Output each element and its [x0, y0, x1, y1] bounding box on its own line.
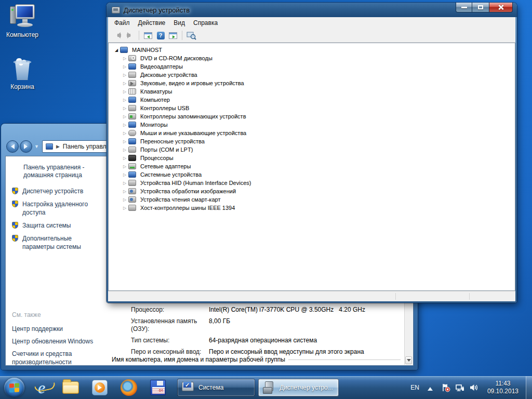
minimize-button[interactable] — [456, 3, 472, 12]
expander-closed-icon[interactable]: ▷ — [122, 114, 127, 119]
expander-closed-icon[interactable]: ▷ — [122, 172, 127, 177]
sidebar-task-link[interactable]: Диспетчер устройств — [12, 187, 104, 195]
tree-root[interactable]: ◢ MAINHOST — [112, 46, 515, 54]
expander-closed-icon[interactable]: ▷ — [122, 131, 127, 136]
tree-item[interactable]: ▷ Звуковые, видео и игровые устройства — [112, 79, 515, 87]
expander-closed-icon[interactable]: ▷ — [122, 89, 127, 94]
device-category-icon — [128, 55, 136, 61]
show-console-tree-icon[interactable] — [142, 30, 154, 41]
computer-name-group-header: Имя компьютера, имя домена и параметры р… — [112, 356, 401, 363]
windows-logo-icon — [9, 383, 19, 392]
expander-closed-icon[interactable]: ▷ — [122, 164, 127, 169]
forward-button[interactable] — [20, 140, 32, 153]
tree-item[interactable]: ▷ Клавиатуры — [112, 87, 515, 96]
tree-item[interactable]: ▷ Контроллеры запоминающих устройств — [112, 112, 515, 121]
maximize-button[interactable] — [472, 3, 489, 12]
tree-item[interactable]: ▷ Сетевые адаптеры — [112, 162, 515, 170]
window-title: Диспетчер устройств — [124, 6, 190, 14]
spec-label: Установленная память (ОЗУ): — [131, 317, 209, 333]
sidebar-task-link[interactable]: Настройка удаленного доступа — [12, 200, 104, 217]
expander-closed-icon[interactable]: ▷ — [122, 181, 127, 185]
expander-closed-icon[interactable]: ▷ — [122, 64, 127, 69]
internet-explorer-icon[interactable]: e — [32, 378, 51, 397]
spec-label: Перо и сенсорный ввод: — [131, 348, 209, 356]
close-button[interactable] — [489, 3, 513, 12]
see-also-link[interactable]: Центр поддержки — [12, 325, 103, 333]
menu-item[interactable]: Вид — [169, 18, 189, 28]
tree-item[interactable]: ▷ Компьютер — [112, 96, 515, 104]
tree-item[interactable]: ▷ Мониторы — [112, 121, 515, 129]
back-icon[interactable] — [112, 30, 123, 41]
expander-closed-icon[interactable]: ▷ — [122, 139, 127, 144]
sidebar-task-label: Настройка удаленного доступа — [22, 200, 104, 217]
sidebar-task-link[interactable]: Дополнительные параметры системы — [12, 234, 104, 251]
recent-pages-chevron-icon[interactable]: ▼ — [34, 144, 39, 149]
device-manager-titlebar[interactable]: Диспетчер устройств — [107, 3, 517, 17]
expander-closed-icon[interactable]: ▷ — [122, 81, 127, 86]
help-icon[interactable] — [155, 30, 166, 41]
tree-item[interactable]: ▷ Устройства HID (Human Interface Device… — [112, 179, 515, 187]
system-tray: EN — [410, 376, 532, 399]
show-hidden-icons-button[interactable] — [428, 384, 433, 391]
firefox-icon[interactable] — [119, 378, 139, 397]
expander-closed-icon[interactable]: ▷ — [122, 148, 127, 152]
expander-closed-icon[interactable]: ▷ — [122, 206, 127, 210]
sidebar-task-link[interactable]: Защита системы — [12, 221, 104, 230]
clock[interactable]: 11:43 09.10.2013 — [487, 380, 518, 395]
tree-item[interactable]: ▷ Мыши и иные указывающие устройства — [112, 129, 515, 137]
show-desktop-button[interactable] — [526, 376, 532, 399]
expander-closed-icon[interactable]: ▷ — [122, 156, 127, 161]
see-also-link[interactable]: Счетчики и средства производительности — [12, 350, 103, 366]
language-indicator[interactable]: EN — [410, 384, 419, 391]
tree-item[interactable]: ▷ Переносные устройства — [112, 137, 515, 145]
menu-item[interactable]: Действие — [134, 18, 170, 28]
expander-closed-icon[interactable]: ▷ — [122, 98, 127, 102]
expander-closed-icon[interactable]: ▷ — [122, 197, 127, 202]
expander-closed-icon[interactable]: ▷ — [122, 189, 127, 194]
floppy-64-icon[interactable]: -64- — [148, 378, 168, 397]
expander-closed-icon[interactable]: ▷ — [122, 56, 127, 61]
device-category-icon — [128, 188, 136, 194]
forward-icon[interactable] — [124, 30, 136, 41]
desktop-icon-computer[interactable]: Компьютер — [0, 4, 45, 38]
tree-item[interactable]: ▷ Дисковые устройства — [112, 71, 515, 79]
see-also-list: Центр поддержкиЦентр обновления WindowsС… — [12, 325, 103, 366]
spec-value: 64-разрядная операционная система — [209, 337, 398, 344]
tree-item[interactable]: ▷ Видеоадаптеры — [112, 62, 515, 71]
tree-item[interactable]: ▷ Хост-контроллеры шины IEEE 1394 — [112, 204, 515, 212]
expander-closed-icon[interactable]: ▷ — [122, 123, 127, 127]
taskbar-button-label: Система — [198, 384, 223, 391]
tree-item[interactable]: ▷ Контроллеры USB — [112, 104, 515, 112]
taskbar-window-button[interactable]: Диспетчер устро... — [258, 379, 339, 396]
sidebar-task-label: Защита системы — [22, 221, 71, 230]
action-center-flag-icon[interactable] — [441, 383, 450, 392]
tree-item[interactable]: ▷ Устройства чтения смарт-карт — [112, 195, 515, 204]
spec-row: Установленная память (ОЗУ): 8,00 ГБ — [131, 317, 398, 333]
network-icon[interactable] — [455, 383, 464, 392]
expander-closed-icon[interactable]: ▷ — [122, 73, 127, 77]
tree-item[interactable]: ▷ Порты (COM и LPT) — [112, 145, 515, 154]
scroll-down-button[interactable] — [405, 356, 412, 364]
taskbar-button-icon — [262, 381, 275, 394]
expander-closed-icon[interactable]: ▷ — [122, 106, 127, 111]
tree-item[interactable]: ▷ Системные устройства — [112, 170, 515, 179]
menu-item[interactable]: Справка — [189, 18, 222, 28]
scan-hardware-changes-icon[interactable] — [185, 30, 197, 41]
sidebar-task-label: Дополнительные параметры системы — [22, 234, 104, 251]
uac-shield-icon — [12, 222, 18, 229]
volume-icon[interactable] — [469, 383, 478, 392]
back-button[interactable] — [6, 140, 19, 153]
windows-media-player-icon[interactable] — [90, 378, 110, 397]
menu-item[interactable]: Файл — [110, 18, 134, 28]
show-action-pane-icon[interactable] — [167, 30, 179, 41]
tree-item[interactable]: ▷ DVD и CD-ROM дисководы — [112, 54, 515, 62]
start-button[interactable] — [4, 378, 24, 398]
desktop-icon-recycle-bin[interactable]: Корзина — [0, 56, 45, 90]
see-also-link[interactable]: Центр обновления Windows — [12, 337, 103, 345]
windows-explorer-icon[interactable] — [61, 378, 81, 397]
tree-item[interactable]: ▷ Процессоры — [112, 154, 515, 162]
tree-item[interactable]: ▷ Устройства обработки изображений — [112, 187, 515, 195]
expander-open-icon[interactable]: ◢ — [114, 48, 119, 52]
taskbar-window-button[interactable]: Система — [177, 379, 255, 396]
sidebar-item-home[interactable]: Панель управления - домашняя страница — [23, 164, 104, 179]
